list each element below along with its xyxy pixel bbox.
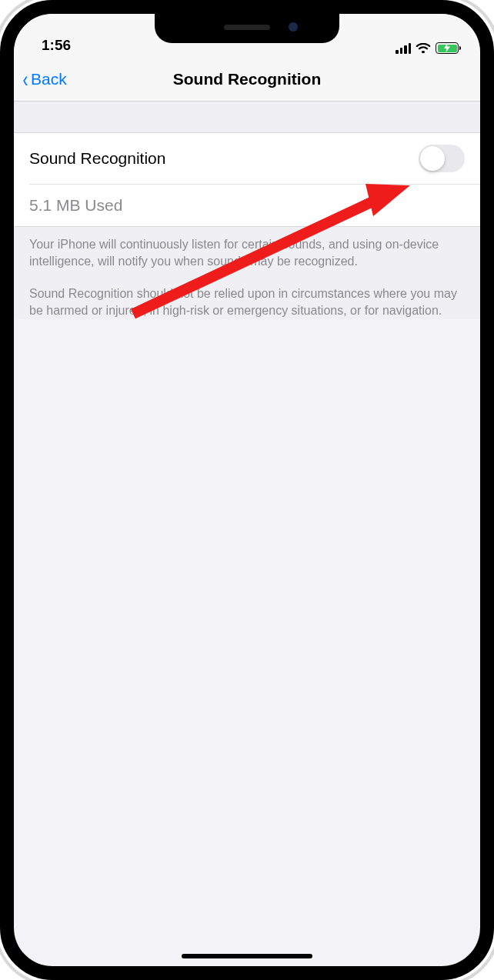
back-label: Back xyxy=(31,70,67,88)
phone-frame: 1:56 ‹ xyxy=(0,0,494,980)
toggle-label: Sound Recognition xyxy=(29,149,165,168)
chevron-left-icon: ‹ xyxy=(23,68,28,91)
charging-bolt-icon xyxy=(444,43,450,54)
storage-used-row: 5.1 MB Used xyxy=(29,184,480,226)
footer-paragraph-1: Your iPhone will continuously listen for… xyxy=(29,236,465,270)
back-button[interactable]: ‹ Back xyxy=(22,68,67,91)
cellular-signal-icon xyxy=(396,43,411,54)
screen: 1:56 ‹ xyxy=(14,14,480,966)
content: Sound Recognition 5.1 MB Used Your iPhon… xyxy=(14,102,480,319)
storage-label: 5.1 MB Used xyxy=(29,196,122,215)
battery-icon xyxy=(436,42,459,54)
status-icons xyxy=(396,42,459,54)
sound-recognition-row: Sound Recognition xyxy=(14,133,480,184)
status-time: 1:56 xyxy=(42,37,71,54)
wifi-icon xyxy=(416,43,431,54)
toggle-knob xyxy=(420,146,445,171)
page-title: Sound Recognition xyxy=(173,70,321,88)
sound-recognition-toggle[interactable] xyxy=(419,145,465,172)
nav-bar: ‹ Back Sound Recognition xyxy=(14,57,480,102)
settings-group: Sound Recognition 5.1 MB Used xyxy=(14,132,480,227)
footer-paragraph-2: Sound Recognition should not be relied u… xyxy=(29,285,465,319)
notch xyxy=(155,14,339,43)
footer-text: Your iPhone will continuously listen for… xyxy=(14,227,480,319)
home-indicator[interactable] xyxy=(182,954,312,958)
